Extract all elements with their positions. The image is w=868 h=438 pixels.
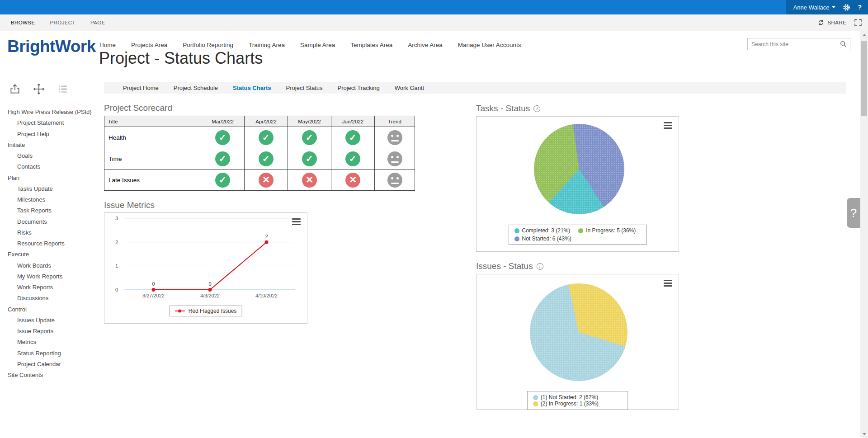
- sidebar-item-project-calendar[interactable]: Project Calendar: [8, 359, 98, 370]
- vertical-scrollbar[interactable]: [860, 31, 868, 438]
- subnav-item-project-tracking[interactable]: Project Tracking: [338, 85, 380, 91]
- topnav-item-sample-area[interactable]: Sample Area: [300, 42, 335, 48]
- scrollbar-thumb[interactable]: [861, 41, 867, 116]
- sidebar-item-my-work-reports[interactable]: My Work Reports: [8, 271, 98, 282]
- legend-label: In Progress: 5 (36%): [586, 227, 636, 234]
- subnav-item-status-charts[interactable]: Status Charts: [233, 85, 271, 91]
- sidebar-item-initiate[interactable]: Initiate: [8, 140, 98, 151]
- topnav-item-training-area[interactable]: Training Area: [249, 42, 285, 48]
- topnav-item-portfolio-reporting[interactable]: Portfolio Reporting: [183, 42, 233, 48]
- ribbon-tab-project[interactable]: PROJECT: [50, 20, 75, 25]
- svg-text:0: 0: [115, 287, 118, 292]
- topnav-item-manage-user-accounts[interactable]: Manage User Accounts: [458, 42, 521, 48]
- focus-icon[interactable]: [854, 19, 862, 27]
- scorecard-cell: ✓: [245, 127, 288, 148]
- sidebar-item-goals[interactable]: Goals: [8, 151, 98, 161]
- info-icon[interactable]: [533, 105, 540, 112]
- sidebar-item-project-help[interactable]: Project Help: [8, 129, 98, 140]
- chart-menu-icon[interactable]: [664, 280, 672, 288]
- share-button[interactable]: SHARE: [827, 20, 846, 25]
- brightwork-logo[interactable]: BrightWork: [7, 37, 96, 56]
- sidebar-item-control[interactable]: Control: [8, 304, 98, 315]
- help-icon[interactable]: ?: [858, 4, 862, 11]
- check-icon: ✓: [259, 130, 274, 145]
- scorecard-cell: ✓: [331, 148, 375, 170]
- sidebar-item-issue-reports[interactable]: Issue Reports: [8, 326, 98, 337]
- sidebar-item-project-statement[interactable]: Project Statement: [8, 118, 98, 128]
- scorecard-title: Project Scorecard: [104, 103, 172, 113]
- scorecard-col-mar-2022: Mar/2022: [201, 116, 245, 127]
- legend-item-in-progress-5-36: In Progress: 5 (36%): [578, 227, 636, 234]
- search-box: [747, 38, 850, 50]
- ribbon-tab-page[interactable]: PAGE: [90, 20, 105, 25]
- check-icon: ✓: [259, 151, 274, 166]
- user-name: Anne Wallace: [793, 4, 830, 11]
- scorecard-col-jun-2022: Jun/2022: [331, 116, 375, 127]
- user-menu[interactable]: Anne Wallace: [793, 4, 836, 11]
- check-icon: ✓: [215, 173, 230, 188]
- move-icon[interactable]: [33, 83, 45, 95]
- scroll-down-icon[interactable]: [860, 430, 868, 438]
- sidebar-item-metrics[interactable]: Metrics: [8, 337, 98, 348]
- scorecard-cell: ✓: [331, 127, 375, 148]
- upload-icon[interactable]: [9, 83, 21, 95]
- ribbon-tab-browse[interactable]: BROWSE: [11, 20, 35, 25]
- check-icon: ✓: [215, 151, 230, 166]
- sidebar-item-execute[interactable]: Execute: [8, 249, 98, 260]
- cross-icon: ×: [259, 173, 274, 188]
- sidebar-item-resource-reports[interactable]: Resource Reports: [8, 238, 98, 249]
- issue-metrics-title-text: Issue Metrics: [104, 200, 155, 210]
- sidebar-item-task-reports[interactable]: Task Reports: [8, 205, 98, 216]
- subnav-item-work-gantt[interactable]: Work Gantt: [395, 85, 425, 91]
- topnav-item-templates-area[interactable]: Templates Area: [350, 42, 392, 48]
- chart-menu-icon[interactable]: [664, 122, 672, 130]
- topnav-item-home[interactable]: Home: [99, 42, 116, 48]
- sidebar-item-issues-update[interactable]: Issues Update: [8, 315, 98, 326]
- svg-text:4/10/2022: 4/10/2022: [255, 293, 278, 298]
- sidebar-item-site-contents[interactable]: Site Contents: [8, 370, 98, 381]
- check-icon: ✓: [302, 130, 317, 145]
- sidebar-item-work-boards[interactable]: Work Boards: [8, 260, 98, 271]
- tasks-status-chart: Completed: 3 (21%)In Progress: 5 (36%)No…: [476, 116, 679, 252]
- scroll-up-icon[interactable]: [860, 31, 868, 39]
- sidebar-item-discussions[interactable]: Discussions: [8, 293, 98, 304]
- issues-status-chart: (1) Not Started: 2 (67%)(2) In Progress:…: [476, 274, 679, 410]
- sidebar-item-high-wire-press-release-pstd[interactable]: High Wire Press Release (PStd): [8, 107, 98, 118]
- scorecard-row-title: Late Issues: [104, 170, 201, 191]
- settings-gear-icon[interactable]: [843, 4, 850, 11]
- sidebar-item-documents[interactable]: Documents: [8, 217, 98, 227]
- legend-swatch: [514, 236, 519, 241]
- sidebar-item-milestones[interactable]: Milestones: [8, 194, 98, 205]
- check-icon: ✓: [215, 130, 230, 145]
- chart-menu-icon[interactable]: [292, 218, 301, 226]
- sidebar-icons: [9, 83, 98, 95]
- legend-swatch: [533, 401, 538, 406]
- issues-pie: [530, 283, 627, 381]
- sidebar-item-work-reports[interactable]: Work Reports: [8, 282, 98, 293]
- ribbon-bar: BROWSEPROJECTPAGE SHARE: [0, 14, 868, 31]
- tasks-pie: [534, 124, 624, 214]
- help-flyout-tab[interactable]: ?: [847, 198, 860, 228]
- search-icon[interactable]: [840, 41, 847, 47]
- legend-swatch: [514, 228, 519, 233]
- subnav-item-project-home[interactable]: Project Home: [123, 85, 159, 91]
- info-icon[interactable]: [537, 263, 543, 270]
- sidebar-item-risks[interactable]: Risks: [8, 227, 98, 238]
- sidebar-item-tasks-update[interactable]: Tasks Update: [8, 184, 98, 194]
- topnav-item-archive-area[interactable]: Archive Area: [408, 42, 443, 48]
- search-input[interactable]: [751, 41, 840, 47]
- tasks-status-title-text: Tasks - Status: [476, 104, 530, 113]
- sidebar-item-plan[interactable]: Plan: [8, 173, 98, 184]
- suite-bar: Anne Wallace ?: [0, 0, 868, 14]
- subnav-item-project-status[interactable]: Project Status: [286, 85, 323, 91]
- scorecard-cell: ×: [245, 170, 288, 191]
- sidebar-item-contacts[interactable]: Contacts: [8, 161, 98, 172]
- edit-links-icon[interactable]: [57, 83, 69, 95]
- sub-nav: Project HomeProject ScheduleStatus Chart…: [104, 82, 846, 94]
- scorecard-row-late-issues: Late Issues✓×××: [104, 170, 415, 191]
- sidebar-item-status-reporting[interactable]: Status Reporting: [8, 348, 98, 359]
- topnav-item-projects-area[interactable]: Projects Area: [131, 42, 167, 48]
- legend-label: Completed: 3 (21%): [522, 227, 571, 234]
- neutral-icon: [387, 151, 402, 166]
- subnav-item-project-schedule[interactable]: Project Schedule: [174, 85, 218, 91]
